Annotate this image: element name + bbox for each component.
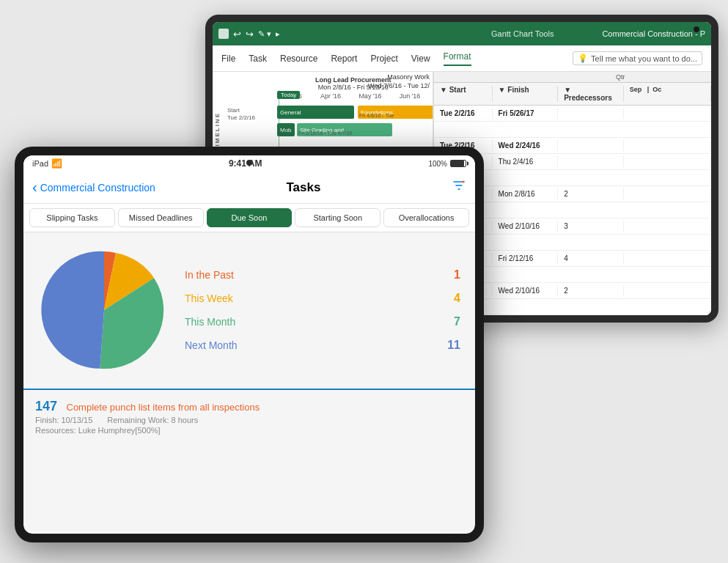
lightbulb-icon: 💡 <box>578 54 588 63</box>
timeline-label: TIMELINE <box>214 112 221 151</box>
legend-next-label: Next Month <box>185 339 238 351</box>
ribbon-resource[interactable]: Resource <box>280 54 317 64</box>
task-list-area: 147 Complete punch list items from all i… <box>23 389 475 534</box>
battery-fill <box>451 161 464 166</box>
legend-past: In the Past 1 <box>185 268 460 282</box>
status-left: iPad 📶 <box>32 158 62 169</box>
task-resources: Resources: Luke Humphrey[500%] <box>35 426 463 435</box>
col-finish: ▼ Finish <box>493 86 559 102</box>
battery-percent: 100% <box>428 160 447 168</box>
task-item: 147 Complete punch list items from all i… <box>35 399 463 435</box>
carrier-label: iPad <box>32 159 48 168</box>
pie-chart <box>38 244 170 376</box>
toolbar-extra: ✎ ▾ <box>258 29 271 39</box>
ms-project-toolbar: ↩ ↪ ✎ ▾ ▸ Gantt Chart Tools Commercial C… <box>213 22 711 45</box>
gantt-tools-label: Gantt Chart Tools <box>491 29 554 38</box>
ipad-camera-dot <box>246 160 252 166</box>
ribbon-report[interactable]: Report <box>331 54 357 64</box>
tab-overallocations[interactable]: Overallocations <box>383 208 469 227</box>
col-start: ▼ Start <box>434 86 493 102</box>
gantt-table-header: ▼ Start ▼ Finish ▼ Predecessors Sep | Oc <box>434 83 711 106</box>
filter-icon[interactable] <box>452 178 466 196</box>
start-label: Start Tue 2/2/16 <box>227 107 255 122</box>
ribbon-project[interactable]: Project <box>370 54 397 64</box>
chart-legend-area: In the Past 1 This Week 4 This Month 7 N… <box>23 232 475 389</box>
window-title: Commercial Construction - P <box>602 29 705 38</box>
tab-slipping-tasks[interactable]: Slipping Tasks <box>29 208 115 227</box>
back-button[interactable]: Commercial Construction <box>32 179 155 196</box>
month-jun: Jun '16 <box>390 92 430 100</box>
tab-due-soon[interactable]: Due Soon <box>207 208 293 227</box>
month-apr: Apr '16 <box>311 92 350 100</box>
table-row <box>434 122 711 138</box>
table-row: Tue 2/2/16 Fri 5/26/17 <box>434 106 711 122</box>
long-lead-label: Long Lead Procurement Mon 2/8/16 - Fri 5… <box>315 76 391 91</box>
back-label: Commercial Construction <box>40 182 155 194</box>
ribbon-view[interactable]: View <box>411 54 430 64</box>
ms-ribbon: File Task Resource Report Project View F… <box>213 45 711 72</box>
legend-month-count: 7 <box>454 315 460 328</box>
legend-week-count: 4 <box>454 292 460 305</box>
legend-area: In the Past 1 This Week 4 This Month 7 N… <box>185 268 460 352</box>
legend-month-label: This Month <box>185 316 235 328</box>
search-hint: Tell me what you want to do... <box>591 54 697 63</box>
battery-icon <box>450 160 466 167</box>
month-may: May '16 <box>350 92 390 100</box>
task-meta: Finish: 10/13/15 Remaining Work: 8 hours <box>35 416 463 424</box>
month-jul: Jul '16 <box>430 92 433 100</box>
legend-week: This Week 4 <box>185 292 460 305</box>
save-icon <box>218 29 229 39</box>
wifi-icon: 📶 <box>51 158 62 169</box>
foundations-date: Fri 4/8/16 - Tue <box>359 113 394 118</box>
today-badge: Today <box>277 91 300 99</box>
task-title: Complete punch list items from all inspe… <box>67 402 260 413</box>
ribbon-file[interactable]: File <box>221 54 235 64</box>
task-remaining-work: Remaining Work: 8 hours <box>107 416 198 424</box>
col-predecessors: ▼ Predecessors <box>558 86 624 102</box>
today-line <box>279 90 279 149</box>
status-time: 9:41 AM <box>62 158 428 169</box>
task-finish: Finish: 10/13/15 <box>35 416 92 424</box>
svg-point-0 <box>463 181 465 183</box>
site-grading-date: Fri 2/19/16 - Thu 4/7/16 <box>298 130 352 136</box>
legend-week-label: This Week <box>185 292 233 304</box>
ribbon-format[interactable]: Format <box>444 51 471 66</box>
bar-general: General <box>277 106 354 119</box>
quarter-header: Qtr <box>434 72 711 83</box>
ribbon-search[interactable]: 💡 Tell me what you want to do... <box>573 51 702 65</box>
status-right: 100% <box>428 160 466 168</box>
toolbar-arrow: ▸ <box>276 29 280 39</box>
nav-title: Tasks <box>155 180 452 195</box>
legend-next-count: 11 <box>447 339 460 352</box>
bg-camera-dot <box>694 26 699 32</box>
filter-tabs: Slipping Tasks Missed Deadlines Due Soon… <box>23 204 475 232</box>
col-quarter: Sep | Oc <box>624 86 711 102</box>
tab-starting-soon[interactable]: Starting Soon <box>295 208 380 227</box>
redo-icon: ↪ <box>246 29 254 40</box>
ipad-nav-bar: Commercial Construction Tasks <box>23 172 475 204</box>
tab-missed-deadlines[interactable]: Missed Deadlines <box>118 208 204 227</box>
qtr-label: Qtr <box>610 72 631 82</box>
chevron-left-icon <box>32 179 37 196</box>
legend-past-count: 1 <box>454 268 460 282</box>
legend-next: Next Month 11 <box>185 339 460 352</box>
undo-icon: ↩ <box>233 29 241 40</box>
ribbon-task[interactable]: Task <box>249 54 267 64</box>
ipad-screen: iPad 📶 9:41 AM 100% Commercial Construct… <box>23 155 475 534</box>
mob-date: Fri <box>279 130 284 136</box>
ipad-tablet: iPad 📶 9:41 AM 100% Commercial Construct… <box>15 147 484 542</box>
task-resource-label: Resources: Luke Humphrey[500%] <box>35 426 161 435</box>
task-number: 147 <box>35 399 57 414</box>
legend-past-label: In the Past <box>185 269 234 281</box>
legend-month: This Month 7 <box>185 315 460 328</box>
